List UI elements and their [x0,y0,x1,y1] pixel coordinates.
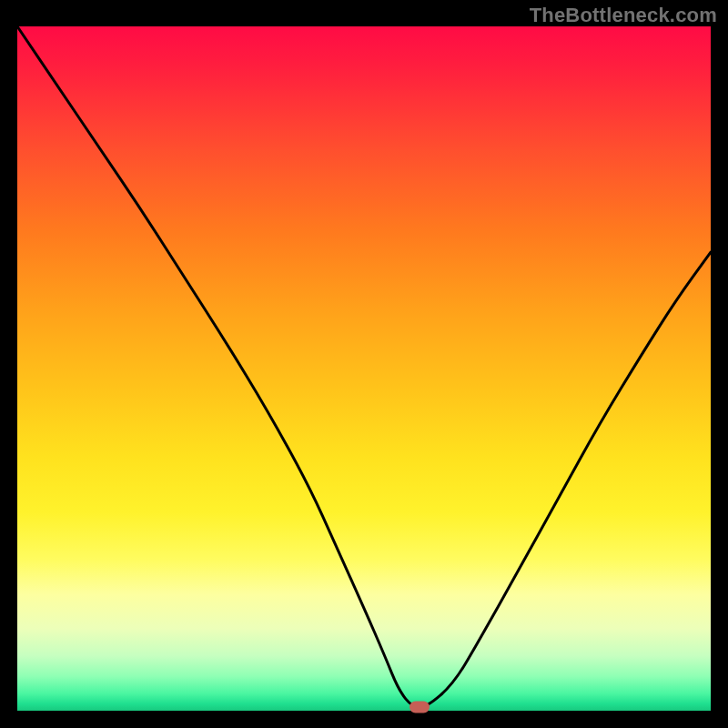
optimum-marker [410,702,430,713]
curve-svg [17,26,711,711]
chart-frame: TheBottleneck.com [0,0,728,728]
plot-area [17,26,711,711]
watermark-text: TheBottleneck.com [530,4,717,27]
bottleneck-curve [17,26,711,707]
